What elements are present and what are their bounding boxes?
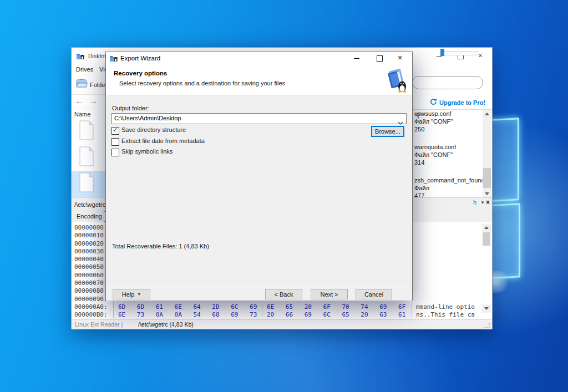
- position-slider-track[interactable]: [442, 51, 479, 55]
- hex-ascii: ns..This file ca: [416, 311, 475, 318]
- dialog-minimize-button[interactable]: [354, 58, 359, 59]
- hex-offset: 00000020:: [74, 240, 108, 247]
- scrollbar-thumb[interactable]: [483, 168, 491, 188]
- cancel-button[interactable]: Cancel: [356, 289, 392, 299]
- header-divider: [72, 109, 108, 109]
- upgrade-label: Upgrade to Pro!: [439, 99, 485, 106]
- dialog-titlebar[interactable]: Export Wizard ×: [106, 52, 412, 65]
- app-icon: [76, 52, 85, 63]
- help-button[interactable]: Help▼: [113, 289, 150, 299]
- hex-bytes-group1: 6D 6D 61 6E 64 2D 6C 69: [118, 303, 257, 310]
- hex-bytes-group1: 6E 73 0A 0A 54 68 69 73: [118, 311, 257, 318]
- output-folder-combobox[interactable]: C:\Users\Admin\Desktop: [111, 113, 407, 124]
- hex-offset: 00000010:: [74, 232, 108, 239]
- refresh-icon: [430, 98, 437, 106]
- next-button[interactable]: Next >: [311, 289, 348, 299]
- file-size: 250: [414, 125, 481, 133]
- file-info-item[interactable]: warnquota.conf Файл "CONF" 314: [414, 143, 481, 166]
- search-pill[interactable]: [412, 76, 483, 89]
- dialog-app-icon: [109, 54, 118, 65]
- file-page-icon: [79, 172, 94, 192]
- resize-grip[interactable]: [484, 323, 490, 328]
- total-recoverable-label: Total Recoverable Files: 1 (4,83 Kb): [112, 243, 209, 250]
- wizard-subheading: Select recovery options and a destinatio…: [119, 80, 285, 86]
- upgrade-to-pro-link[interactable]: Upgrade to Pro!: [430, 98, 485, 106]
- encoding-label: Encoding: [77, 213, 102, 220]
- dialog-close-button[interactable]: ×: [398, 53, 402, 62]
- linux-reader-logo: [386, 68, 408, 95]
- hex-bytes-group2: 6E 65 20 6F 70 74 69 6F: [267, 303, 405, 310]
- output-folder-label: Output folder:: [112, 105, 149, 111]
- hex-scrollbar-thumb[interactable]: [483, 232, 490, 246]
- statusbar-path: /\etc\wgetrc (4,83 Kb): [138, 321, 194, 328]
- checkbox-row[interactable]: Skip symbolic links: [111, 147, 278, 159]
- position-slider-thumb[interactable]: [440, 49, 444, 56]
- scroll-up-icon[interactable]: [483, 110, 491, 118]
- export-wizard-dialog: Export Wizard × Recovery options Select …: [105, 52, 413, 301]
- hex-offset: 00000060:: [74, 272, 108, 279]
- checkbox-label: Skip symbolic links: [121, 148, 173, 155]
- file-properties-panel: uswsusp.conf Файл "CONF" 250 warnquota.c…: [410, 109, 492, 198]
- hex-offset: 00000000:: [74, 224, 108, 231]
- hex-scroll-down-icon[interactable]: [482, 304, 491, 313]
- search-close-icon[interactable]: ×: [486, 198, 490, 206]
- file-info-item[interactable]: zsh_command_not_found Файл 477: [414, 176, 481, 198]
- checkbox[interactable]: [111, 149, 119, 156]
- menu-drives[interactable]: Drives: [76, 66, 93, 73]
- file-list: [72, 119, 110, 197]
- file-page-icon: [79, 146, 94, 166]
- hex-offset: 00000080:: [74, 287, 108, 294]
- search-text[interactable]: h: [473, 199, 476, 206]
- scroll-down-icon[interactable]: [483, 190, 491, 198]
- toolbar-divider: [72, 94, 108, 95]
- hex-bytes-group2: 20 66 69 6C 65 20 63 61: [267, 311, 405, 318]
- output-folder-value: C:\Users\Admin\Desktop: [114, 115, 181, 121]
- name-column-header[interactable]: Name: [74, 111, 90, 118]
- wizard-header: Recovery options Select recovery options…: [106, 65, 412, 95]
- back-button[interactable]: < Back: [265, 289, 302, 299]
- checkbox-label: Extract file date from metadata: [121, 138, 205, 144]
- file-type: Файл "CONF": [414, 151, 481, 159]
- dialog-maximize-button[interactable]: [377, 55, 383, 62]
- hex-offset: 00000090:: [74, 296, 108, 303]
- minimize-button[interactable]: [437, 56, 442, 57]
- statusbar: Linux Ext Reader | /\etc\wgetrc (4,83 Kb…: [72, 319, 492, 329]
- hex-offset: 000000A0:: [74, 303, 108, 310]
- checkbox[interactable]: [111, 127, 119, 135]
- dialog-title: Export Wizard: [120, 55, 160, 62]
- file-page-icon: [79, 120, 94, 140]
- forward-arrow-icon[interactable]: →: [89, 96, 98, 105]
- hex-ascii: mmand-line optio: [416, 303, 475, 310]
- hex-offset: 00000050:: [74, 263, 108, 271]
- folders-icon: [75, 78, 88, 92]
- hex-offset: 000000B0:: [74, 311, 108, 318]
- hex-offset: 00000070:: [74, 279, 108, 287]
- file-info-list: uswsusp.conf Файл "CONF" 250 warnquota.c…: [414, 110, 481, 198]
- file-panel-scrollbar[interactable]: [483, 110, 491, 198]
- back-arrow-icon[interactable]: ←: [75, 96, 83, 105]
- statusbar-app-label: Linux Ext Reader |: [75, 321, 123, 328]
- file-type: Файл "CONF": [414, 118, 481, 125]
- dropdown-arrow-icon: ▼: [137, 292, 141, 296]
- file-info-item[interactable]: uswsusp.conf Файл "CONF" 250: [414, 110, 481, 133]
- desktop-wallpaper: DiskInternals Linux Reader × Drives View…: [0, 0, 568, 392]
- hex-scroll-up-icon[interactable]: [482, 223, 491, 232]
- hex-row: 000000B0: 6E 73 0A 0A 54 68 69 73 20 66 …: [72, 311, 492, 318]
- file-name: zsh_command_not_found: [414, 176, 481, 184]
- search-dropdown-icon[interactable]: ▼: [480, 200, 485, 205]
- hex-row: 000000A0: 6D 6D 61 6E 64 2D 6C 69 6E 65 …: [72, 303, 492, 311]
- browse-button[interactable]: Browse...: [371, 126, 404, 137]
- wizard-heading: Recovery options: [114, 70, 168, 77]
- recovery-options-list: Save directory structure Extract file da…: [111, 126, 278, 159]
- checkbox-label: Save directory structure: [121, 126, 186, 133]
- checkbox[interactable]: [111, 138, 119, 146]
- file-size: 314: [414, 159, 481, 166]
- file-name: uswsusp.conf: [414, 110, 481, 118]
- file-name: warnquota.conf: [414, 143, 481, 151]
- hex-offset: 00000030:: [74, 248, 108, 255]
- current-path-label: /\etc\wgetrc: [74, 201, 105, 208]
- wizard-footer: Help▼ < Back Next > Cancel: [106, 282, 412, 301]
- checkbox-row[interactable]: Extract file date from metadata: [111, 137, 278, 148]
- hex-offset: 00000040:: [74, 256, 108, 263]
- checkbox-row[interactable]: Save directory structure: [111, 126, 278, 137]
